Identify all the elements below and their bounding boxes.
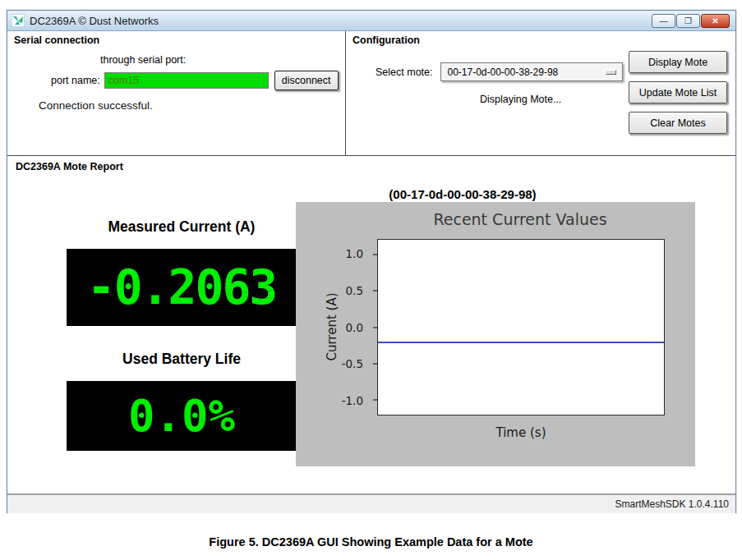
app-icon [12,14,25,27]
sdk-version-text: SmartMeshSDK 1.0.4.110 [615,498,729,510]
chart-title: Recent Current Values [296,210,695,228]
selected-mote-value: 00-17-0d-00-00-38-29-98 [447,67,558,78]
y-tick-label: 0.0 [346,321,363,334]
minimize-button-icon[interactable]: — [652,14,675,28]
y-tick-label: 1.0 [346,247,363,260]
recent-current-chart: Recent Current Values Current (A) 1.00.5… [296,202,695,466]
y-tick-mark-icon [373,363,378,364]
close-button-icon[interactable]: ✕ [701,14,730,28]
readouts-column: Measured Current (A) -0.2063 Used Batter… [67,218,297,451]
mote-report-panel: DC2369A Mote Report (00-17-0d-00-00-38-2… [7,156,735,494]
y-tick-label: -1.0 [342,394,363,407]
port-row: port name: disconnect [14,71,339,90]
through-serial-port-label: through serial port: [100,54,339,66]
maximize-button-icon[interactable]: ❐ [676,14,700,28]
update-mote-list-button[interactable]: Update Mote List [629,81,727,103]
window-content: Serial connection through serial port: p… [7,31,735,514]
connection-status-text: Connection successful. [39,99,339,112]
top-row: Serial connection through serial port: p… [7,31,735,156]
select-mote-label: Select mote: [376,67,432,78]
mote-report-group-label: DC2369A Mote Report [16,161,727,172]
status-bar: SmartMeshSDK 1.0.4.110 [7,494,735,513]
configuration-group-label: Configuration [353,34,729,46]
measured-current-display: -0.2063 [67,249,297,326]
y-tick-mark-icon [373,254,378,255]
y-tick-label: -0.5 [342,357,363,370]
current-data-line [378,342,664,343]
disconnect-button[interactable]: disconnect [274,71,339,90]
y-tick-mark-icon [373,291,378,291]
chart-plot-area [377,239,665,415]
window-controls: — ❐ ✕ [652,14,731,28]
mote-select-dropdown[interactable]: 00-17-0d-00-00-38-29-98 [440,62,623,81]
port-name-input[interactable] [104,72,269,89]
dropdown-indicator-icon [606,70,616,75]
y-tick-mark-icon [373,400,378,401]
configuration-buttons: Display Mote Update Mote List Clear Mote… [629,51,727,134]
y-tick-label: 0.5 [346,284,363,297]
clear-motes-button[interactable]: Clear Motes [629,112,727,134]
y-tick-mark-icon [373,327,378,328]
app-window: DC2369A © Dust Networks — ❐ ✕ Serial con… [7,10,736,513]
serial-group-label: Serial connection [14,34,339,46]
chart-x-axis-label: Time (s) [377,425,665,440]
port-name-label: port name: [51,75,100,86]
used-battery-life-label: Used Battery Life [67,351,297,368]
chart-y-ticks: 1.00.50.0-0.5-1.0 [296,239,371,415]
display-mote-button[interactable]: Display Mote [629,51,727,73]
battery-life-display: 0.0% [67,381,297,451]
measured-current-label: Measured Current (A) [67,218,297,236]
configuration-panel: Configuration Select mote: 00-17-0d-00-0… [346,31,735,155]
serial-connection-panel: Serial connection through serial port: p… [7,31,346,155]
figure-caption: Figure 5. DC2369A GUI Showing Example Da… [0,535,742,549]
mote-id-heading: (00-17-0d-00-00-38-29-98) [7,187,735,201]
title-bar[interactable]: DC2369A © Dust Networks — ❐ ✕ [7,11,735,31]
window-title: DC2369A © Dust Networks [30,15,159,27]
